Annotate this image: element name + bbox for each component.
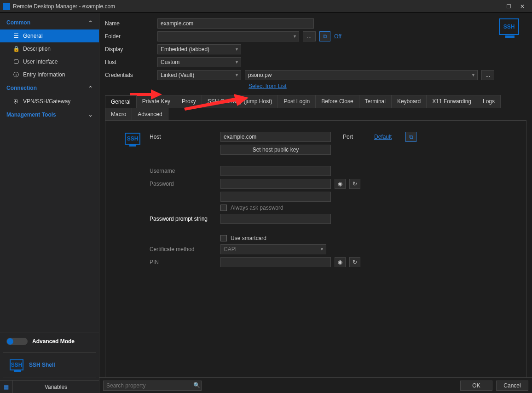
- username-label: Username: [150, 168, 217, 174]
- port-link-icon[interactable]: ⧉: [405, 132, 416, 142]
- section-management-tools[interactable]: Management Tools ⌄: [0, 108, 99, 122]
- variables-button[interactable]: Variables: [13, 384, 99, 390]
- tab-post-login[interactable]: Post Login: [278, 95, 316, 108]
- sidebar-item-description[interactable]: 🔒 Description: [0, 42, 99, 55]
- hostmode-select[interactable]: Custom ▼: [157, 57, 241, 67]
- certificate-method-select: CAPI ▼: [220, 244, 326, 254]
- entry-form: SSH Name Folder ▼ ... ⧉ Off Display: [105, 18, 526, 89]
- tab-keyboard[interactable]: Keyboard: [391, 95, 427, 108]
- sidebar: Common ⌃ ☰ General 🔒 Description 🖵 User …: [0, 13, 99, 393]
- chevron-down-icon: ▼: [235, 73, 239, 77]
- generate-password-icon[interactable]: ↻: [349, 179, 360, 189]
- generate-pin-icon[interactable]: ↻: [349, 257, 360, 267]
- password-prompt-string-input[interactable]: [220, 214, 331, 224]
- certificate-method-value: CAPI: [224, 246, 237, 252]
- tab-proxy[interactable]: Proxy: [176, 95, 202, 108]
- folder-browse-button[interactable]: ...: [303, 31, 316, 41]
- tab-x11-forwarding[interactable]: X11 Forwarding: [426, 95, 477, 108]
- tab-macro[interactable]: Macro: [105, 108, 132, 120]
- sidebar-item-label: Entry Information: [23, 71, 65, 78]
- off-link[interactable]: Off: [334, 33, 341, 40]
- pin-label: PIN: [150, 259, 217, 265]
- port-default-link[interactable]: Default: [374, 134, 392, 140]
- folder-select[interactable]: ▼: [157, 31, 299, 41]
- chevron-down-icon: ▼: [471, 73, 475, 77]
- section-management-label: Management Tools: [6, 111, 56, 118]
- maximize-button[interactable]: ☐: [502, 2, 515, 11]
- folder-label: Folder: [105, 33, 154, 40]
- chevron-down-icon: ▼: [320, 247, 324, 252]
- sidebar-item-label: Description: [23, 46, 51, 52]
- ssh-icon: SSH: [125, 133, 140, 145]
- advanced-mode-row: Advanced Mode: [0, 333, 99, 350]
- tab-panel-general: SSH Host Port Default ⧉: [105, 121, 526, 377]
- variables-row: ▦ Variables: [0, 380, 99, 393]
- host-input[interactable]: [220, 132, 331, 142]
- tab-logs[interactable]: Logs: [477, 95, 501, 108]
- name-input[interactable]: [157, 18, 314, 29]
- ssh-shell-label: SSH Shell: [29, 362, 55, 368]
- grid-icon[interactable]: ▦: [0, 381, 13, 393]
- tab-general[interactable]: General: [105, 95, 137, 108]
- credentials-entry-value: psono.pw: [248, 72, 272, 78]
- sidebar-item-label: General: [23, 33, 43, 39]
- lock-icon: 🔒: [13, 46, 19, 52]
- search-icon[interactable]: 🔍: [193, 382, 200, 388]
- advanced-mode-toggle[interactable]: [6, 338, 28, 345]
- password-label: Password: [150, 181, 217, 187]
- credentials-label: Credentials: [105, 72, 154, 78]
- folder-link-icon[interactable]: ⧉: [319, 31, 330, 41]
- close-button[interactable]: ✕: [515, 2, 529, 11]
- password-input: [220, 179, 331, 189]
- section-common[interactable]: Common ⌃: [0, 16, 99, 29]
- shield-icon: ⛨: [13, 98, 19, 105]
- sidebar-item-entry-information[interactable]: ⓘ Entry Information: [0, 68, 99, 81]
- display-select[interactable]: Embedded (tabbed) ▼: [157, 44, 241, 54]
- tab-ssh-gateway[interactable]: SSH Gateway (jump Host): [202, 95, 278, 108]
- section-connection[interactable]: Connection ⌃: [0, 81, 99, 95]
- sidebar-item-label: User Interface: [23, 59, 58, 65]
- ok-button[interactable]: OK: [460, 381, 492, 391]
- credentials-entry-select[interactable]: psono.pw ▼: [245, 70, 478, 80]
- always-ask-label: Always ask password: [231, 205, 283, 211]
- category-ssh-shell[interactable]: SSH SSH Shell: [3, 352, 96, 377]
- sidebar-item-general[interactable]: ☰ General: [0, 29, 99, 42]
- reveal-pin-icon[interactable]: ◉: [335, 257, 346, 267]
- use-smartcard-label: Use smartcard: [231, 235, 266, 241]
- section-common-label: Common: [6, 19, 30, 26]
- sidebar-item-user-interface[interactable]: 🖵 User Interface: [0, 55, 99, 68]
- name-label: Name: [105, 20, 154, 27]
- sidebar-item-label: VPN/SSH/Gateway: [23, 98, 70, 105]
- tab-advanced[interactable]: Advanced: [132, 108, 168, 120]
- password-prompt-string-label: Password prompt string: [150, 216, 217, 222]
- tab-terminal[interactable]: Terminal: [359, 95, 392, 108]
- always-ask-password-checkbox[interactable]: [220, 205, 227, 211]
- sidebar-item-vpn-ssh-gateway[interactable]: ⛨ VPN/SSH/Gateway: [0, 95, 99, 108]
- select-from-list-link[interactable]: Select from List: [249, 83, 287, 89]
- tab-private-key[interactable]: Private Key: [136, 95, 176, 108]
- chevron-down-icon: ⌄: [88, 112, 93, 118]
- reveal-password-icon[interactable]: ◉: [335, 179, 346, 189]
- credentials-mode-select[interactable]: Linked (Vault) ▼: [157, 70, 241, 80]
- password-confirm-input: [220, 192, 331, 202]
- display-label: Display: [105, 46, 154, 53]
- chevron-up-icon: ⌃: [88, 85, 93, 91]
- tab-before-close[interactable]: Before Close: [315, 95, 359, 108]
- cancel-button[interactable]: Cancel: [496, 381, 528, 391]
- advanced-mode-label: Advanced Mode: [32, 338, 75, 345]
- hostmode-label: Host: [105, 59, 154, 65]
- username-input: [220, 166, 331, 176]
- info-icon: ⓘ: [13, 71, 19, 78]
- set-host-public-key-button[interactable]: Set host public key: [220, 145, 331, 155]
- list-icon: ☰: [13, 33, 19, 39]
- footer: 🔍 OK Cancel: [99, 377, 532, 393]
- search-property-input[interactable]: [103, 381, 202, 391]
- ssh-icon: SSH: [499, 18, 519, 35]
- chevron-down-icon: ▼: [293, 34, 297, 39]
- section-connection-label: Connection: [6, 85, 37, 91]
- credentials-mode-value: Linked (Vault): [161, 72, 194, 78]
- use-smartcard-checkbox[interactable]: [220, 235, 227, 241]
- pin-input: [220, 257, 331, 267]
- hostmode-value: Custom: [161, 59, 179, 65]
- credentials-browse-button[interactable]: ...: [481, 70, 494, 80]
